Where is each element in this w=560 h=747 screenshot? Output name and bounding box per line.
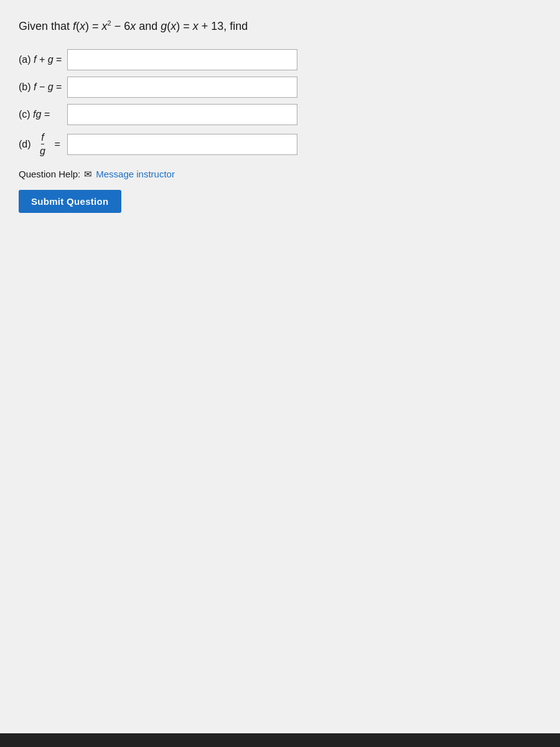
message-icon: ✉ — [84, 169, 92, 180]
part-c-input[interactable] — [67, 104, 297, 125]
part-d-input[interactable] — [67, 134, 297, 155]
question-help-row: Question Help: ✉ Message instructor — [19, 169, 541, 180]
main-content: Given that f(x) = x2 − 6x and g(x) = x +… — [0, 0, 560, 747]
question-help-label: Question Help: — [19, 169, 80, 179]
message-instructor-link[interactable]: Message instructor — [96, 169, 175, 179]
part-b-label: (b) f − g = — [19, 82, 62, 93]
fraction-label: f g — [34, 131, 52, 157]
bottom-bar — [0, 733, 560, 747]
fraction-numerator: f — [41, 131, 44, 144]
part-b-row: (b) f − g = — [19, 77, 541, 98]
part-c-row: (c) fg = — [19, 104, 541, 125]
part-d-letter: (d) — [19, 139, 31, 150]
submit-question-button[interactable]: Submit Question — [19, 190, 121, 213]
part-a-row: (a) f + g = — [19, 49, 541, 70]
fraction-denominator: g — [40, 144, 45, 157]
question-text: Given that f(x) = x2 − 6x and g(x) = x +… — [19, 19, 541, 34]
part-d-label: (d) f g = — [19, 131, 62, 157]
equals-sign: = — [55, 139, 60, 150]
part-a-label: (a) f + g = — [19, 54, 62, 65]
part-c-label: (c) fg = — [19, 109, 62, 120]
part-b-input[interactable] — [67, 77, 297, 98]
part-a-input[interactable] — [67, 49, 297, 70]
part-d-row: (d) f g = — [19, 131, 541, 157]
